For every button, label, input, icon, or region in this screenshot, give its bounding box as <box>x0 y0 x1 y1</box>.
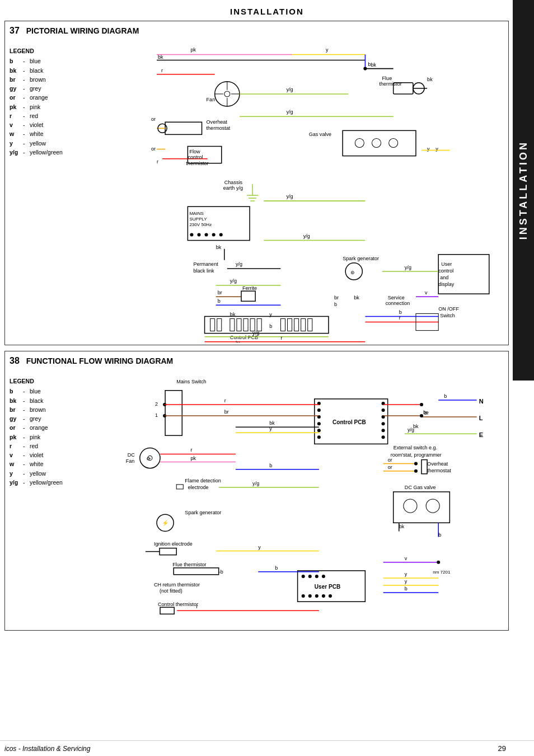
legend-item: or-orange <box>10 93 63 102</box>
svg-text:Permanent: Permanent <box>193 261 218 267</box>
svg-text:1: 1 <box>155 412 158 418</box>
svg-text:Flue: Flue <box>382 76 392 81</box>
svg-text:br: br <box>423 410 428 415</box>
legend-item: gy-grey <box>10 414 63 423</box>
svg-text:Flow: Flow <box>189 149 200 154</box>
legend-item: or-orange <box>10 423 63 432</box>
svg-point-151 <box>317 429 321 432</box>
legend-item: gy-grey <box>10 84 63 93</box>
side-banner: INSTALLATION <box>513 0 534 381</box>
wiring-diagram-38: Mains Switch N L E b br y/g bk <box>67 367 506 628</box>
svg-text:pk: pk <box>190 47 196 53</box>
svg-point-241 <box>322 594 325 598</box>
legend-item: r-red <box>10 111 63 120</box>
svg-text:Service: Service <box>388 295 405 300</box>
svg-text:r: r <box>157 159 158 165</box>
svg-text:DC: DC <box>128 452 135 458</box>
svg-text:bk: bk <box>371 62 376 68</box>
svg-text:Ignition electrode: Ignition electrode <box>154 541 193 547</box>
svg-text:y: y <box>405 579 407 584</box>
svg-text:Overheat: Overheat <box>207 119 228 125</box>
svg-point-156 <box>382 422 385 425</box>
page-container: INSTALLATION INSTALLATION 37 PICTORIAL W… <box>0 0 534 756</box>
legend-item: bk-black <box>10 66 63 75</box>
svg-text:y/g: y/g <box>252 481 259 486</box>
svg-point-235 <box>308 575 312 578</box>
legend-item: y/g-yellow/green <box>10 478 63 487</box>
svg-point-152 <box>317 435 321 439</box>
svg-point-157 <box>382 429 385 432</box>
svg-text:y: y <box>258 544 261 550</box>
svg-text:⟳: ⟳ <box>147 456 151 462</box>
svg-text:bk: bk <box>158 54 163 60</box>
svg-text:⚡: ⚡ <box>162 519 169 527</box>
side-banner-text: INSTALLATION <box>518 140 530 240</box>
svg-text:b: b <box>275 565 278 571</box>
section-38-box: 38 FUNCTIONAL FLOW WIRING DIAGRAM LEGEND… <box>4 351 509 631</box>
svg-text:L: L <box>479 415 483 421</box>
svg-text:control: control <box>188 154 203 160</box>
svg-text:b: b <box>405 586 407 591</box>
svg-text:MAINS: MAINS <box>189 211 204 216</box>
svg-text:bk: bk <box>269 420 275 426</box>
svg-point-62 <box>190 233 193 236</box>
svg-text:⊚: ⊚ <box>350 270 355 275</box>
svg-text:thermistor: thermistor <box>186 161 208 166</box>
svg-point-238 <box>302 594 305 598</box>
svg-text:r: r <box>196 604 198 609</box>
svg-text:b: b <box>444 393 447 399</box>
svg-point-169 <box>420 403 423 406</box>
svg-text:Control PCB: Control PCB <box>332 419 366 425</box>
svg-text:v: v <box>425 290 428 295</box>
svg-point-242 <box>329 594 332 598</box>
svg-text:br: br <box>218 290 222 295</box>
svg-text:Control thermistor: Control thermistor <box>158 602 198 607</box>
svg-text:r: r <box>280 335 282 341</box>
svg-point-217 <box>414 462 418 466</box>
svg-text:E: E <box>479 431 483 438</box>
svg-text:r: r <box>399 315 401 321</box>
svg-text:y: y <box>326 47 329 53</box>
svg-text:y/g: y/g <box>287 194 293 199</box>
svg-text:b: b <box>269 323 272 329</box>
svg-text:-b: -b <box>219 569 223 575</box>
svg-text:Overheat: Overheat <box>427 461 448 467</box>
svg-text:Fan: Fan <box>126 458 135 464</box>
legend-item: v-violet <box>10 450 63 459</box>
svg-text:or: or <box>151 116 156 122</box>
legend-37-title: LEGEND <box>10 46 63 55</box>
svg-text:Spark generator: Spark generator <box>343 256 379 261</box>
svg-text:2: 2 <box>155 401 158 407</box>
legend-item: br-brown <box>10 75 63 84</box>
svg-text:bk: bk <box>230 312 236 317</box>
wiring-svg-38: Mains Switch N L E b br y/g bk <box>67 367 506 628</box>
svg-text:or: or <box>388 457 392 463</box>
svg-text:Chassis: Chassis <box>224 180 243 185</box>
svg-text:br: br <box>224 409 229 415</box>
svg-text:and: and <box>440 275 448 280</box>
svg-text:y/g: y/g <box>303 233 310 239</box>
legend-item: y/g-yellow/green <box>10 148 63 157</box>
legend-item: pk-pink <box>10 433 63 442</box>
svg-point-236 <box>315 575 318 578</box>
svg-text:earth y/g: earth y/g <box>223 185 243 191</box>
legend-item: bk-black <box>10 396 63 405</box>
svg-point-63 <box>197 233 200 236</box>
svg-text:Ferrite: Ferrite <box>242 285 257 291</box>
svg-text:User PCB: User PCB <box>315 584 340 590</box>
svg-text:or: or <box>388 464 392 470</box>
footer-text: icos - Installation & Servicing <box>4 745 90 753</box>
svg-text:SUPPLY: SUPPLY <box>189 217 207 222</box>
section-37-box: 37 PICTORIAL WIRING DIAGRAM LEGEND b-blu… <box>4 21 509 345</box>
svg-text:y/g: y/g <box>405 265 411 270</box>
svg-text:electrode: electrode <box>188 485 208 490</box>
wiring-diagram-37: pk y bk b <box>67 37 506 342</box>
svg-point-237 <box>322 575 325 578</box>
page-footer: icos - Installation & Servicing 29 <box>0 740 534 756</box>
svg-text:bk: bk <box>354 295 359 300</box>
svg-text:bk: bk <box>427 77 433 82</box>
legend-item: b-blue <box>10 57 63 65</box>
svg-rect-133 <box>67 371 506 624</box>
svg-text:r: r <box>224 398 226 403</box>
svg-text:r: r <box>190 447 192 453</box>
